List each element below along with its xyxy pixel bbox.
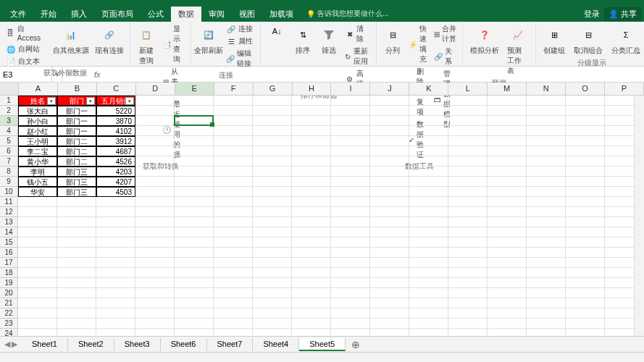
cell-J1[interactable]	[370, 96, 409, 106]
connections-button[interactable]: 🔗连接	[225, 23, 256, 35]
cell-H13[interactable]	[292, 217, 331, 227]
cell-L21[interactable]	[448, 298, 488, 308]
cell-E6[interactable]	[175, 146, 214, 156]
row-header-10[interactable]: 10	[0, 187, 18, 197]
cell-H14[interactable]	[292, 227, 331, 237]
cell-K7[interactable]	[409, 156, 448, 167]
cell-K19[interactable]	[409, 278, 448, 288]
cell-K4[interactable]	[409, 126, 448, 136]
cell-C23[interactable]	[96, 319, 135, 329]
cell-O3[interactable]	[566, 116, 605, 126]
row-header-6[interactable]: 6	[0, 146, 18, 156]
cell-J7[interactable]	[370, 156, 409, 167]
cell-A9[interactable]: 钱小五	[18, 177, 57, 187]
row-header-2[interactable]: 2	[0, 106, 18, 116]
row-header-13[interactable]: 13	[0, 217, 18, 227]
login-button[interactable]: 登录	[584, 9, 600, 20]
cell-K21[interactable]	[409, 298, 448, 308]
cell-M20[interactable]	[488, 288, 527, 298]
col-header-D[interactable]: D	[136, 83, 175, 96]
cell-J3[interactable]	[370, 116, 409, 126]
cell-L6[interactable]	[448, 146, 488, 156]
col-header-B[interactable]: B	[58, 83, 97, 96]
cell-A10[interactable]: 华安	[18, 187, 57, 197]
cell-H4[interactable]	[292, 126, 331, 136]
cell-B1[interactable]: 部门▾	[57, 96, 96, 106]
cell-C4[interactable]: 4102	[96, 126, 135, 136]
cell-J2[interactable]	[370, 106, 409, 116]
cell-B20[interactable]	[57, 288, 96, 298]
row-header-5[interactable]: 5	[0, 136, 18, 146]
cell-D9[interactable]	[135, 177, 175, 187]
cell-N7[interactable]	[527, 156, 566, 167]
cell-N22[interactable]	[527, 308, 566, 319]
cell-J18[interactable]	[370, 268, 409, 278]
cell-E11[interactable]	[175, 197, 214, 207]
cell-A3[interactable]: 孙小白	[18, 116, 57, 126]
cell-M12[interactable]	[488, 207, 527, 217]
cell-G6[interactable]	[253, 146, 292, 156]
cell-G1[interactable]	[253, 96, 292, 106]
cell-O14[interactable]	[566, 227, 605, 237]
cell-E23[interactable]	[175, 319, 214, 329]
vertical-scrollbar[interactable]	[634, 96, 644, 336]
cell-K22[interactable]	[409, 308, 448, 319]
cell-M2[interactable]	[488, 106, 527, 116]
cell-O16[interactable]	[566, 248, 605, 258]
cell-N10[interactable]	[527, 187, 566, 197]
cell-F19[interactable]	[214, 278, 253, 288]
fx-icon[interactable]: fx	[91, 70, 104, 79]
filter-button[interactable]: 筛选	[317, 23, 340, 57]
row-header-7[interactable]: 7	[0, 156, 18, 167]
cell-C7[interactable]: 4526	[96, 156, 135, 167]
cell-K11[interactable]	[409, 197, 448, 207]
cell-M16[interactable]	[488, 248, 527, 258]
cell-I13[interactable]	[331, 217, 370, 227]
cell-N6[interactable]	[527, 146, 566, 156]
filter-dropdown-icon[interactable]: ▾	[125, 97, 134, 105]
cell-A18[interactable]	[18, 268, 57, 278]
cell-O23[interactable]	[566, 319, 605, 329]
cell-B6[interactable]: 部门二	[57, 146, 96, 156]
cell-C9[interactable]: 4207	[96, 177, 135, 187]
cell-G19[interactable]	[253, 278, 292, 288]
sort-button[interactable]: ⇅排序	[291, 23, 314, 57]
cell-L20[interactable]	[448, 288, 488, 298]
cell-I5[interactable]	[331, 136, 370, 146]
cell-L3[interactable]	[448, 116, 488, 126]
cell-I4[interactable]	[331, 126, 370, 136]
cell-I17[interactable]	[331, 258, 370, 268]
cell-O20[interactable]	[566, 288, 605, 298]
cell-B7[interactable]: 部门二	[57, 156, 96, 167]
cell-F16[interactable]	[214, 248, 253, 258]
cell-J9[interactable]	[370, 177, 409, 187]
cell-O5[interactable]	[566, 136, 605, 146]
cell-C5[interactable]: 3912	[96, 136, 135, 146]
cell-K6[interactable]	[409, 146, 448, 156]
cell-A5[interactable]: 王小明	[18, 136, 57, 146]
cell-K13[interactable]	[409, 217, 448, 227]
cell-C2[interactable]: 5220	[96, 106, 135, 116]
relationships-button[interactable]: 🔗关系	[432, 46, 458, 67]
cell-E10[interactable]	[175, 187, 214, 197]
cell-F13[interactable]	[214, 217, 253, 227]
cell-E4[interactable]	[175, 126, 214, 136]
cell-B16[interactable]	[57, 248, 96, 258]
filter-dropdown-icon[interactable]: ▾	[86, 97, 95, 105]
cell-C3[interactable]: 3870	[96, 116, 135, 126]
cell-F14[interactable]	[214, 227, 253, 237]
cell-O21[interactable]	[566, 298, 605, 308]
cell-O10[interactable]	[566, 187, 605, 197]
cell-C1[interactable]: 五月销量▾	[96, 96, 135, 106]
cell-J8[interactable]	[370, 167, 409, 177]
cell-L13[interactable]	[448, 217, 488, 227]
cell-N13[interactable]	[527, 217, 566, 227]
cell-N3[interactable]	[527, 116, 566, 126]
sheet-tab-Sheet4[interactable]: Sheet4	[253, 338, 299, 351]
cell-A15[interactable]	[18, 237, 57, 248]
cell-J22[interactable]	[370, 308, 409, 319]
cell-G9[interactable]	[253, 177, 292, 187]
cell-J20[interactable]	[370, 288, 409, 298]
cell-F11[interactable]	[214, 197, 253, 207]
col-header-I[interactable]: I	[331, 83, 370, 96]
